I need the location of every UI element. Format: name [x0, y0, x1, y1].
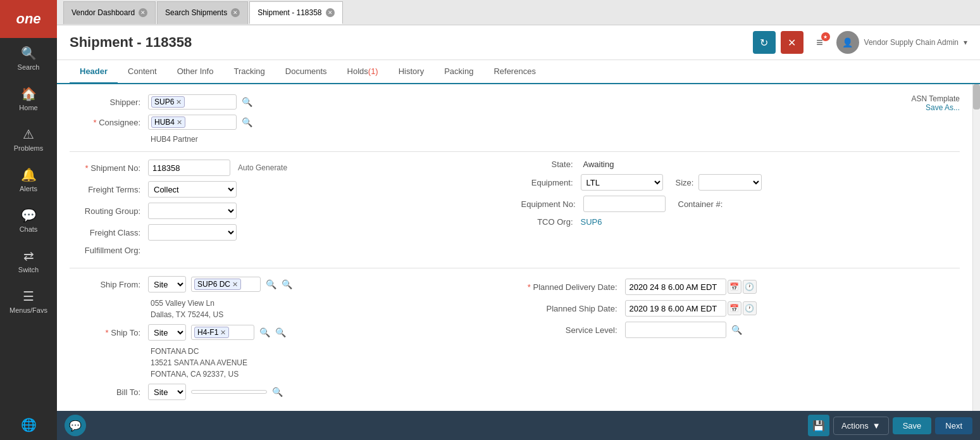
actions-button[interactable]: Actions ▼ [833, 417, 889, 435]
tab-tracking[interactable]: Tracking [223, 60, 275, 84]
sidebar-item-globe[interactable]: 🌐 [0, 410, 57, 440]
notifications-button[interactable]: ≡ ★ [809, 31, 831, 54]
ship-from-type-select[interactable]: Site [148, 276, 186, 292]
tab-close-shipment-118358[interactable]: ✕ [326, 8, 335, 17]
planned-ship-date-input-group: 📅 🕐 [625, 300, 757, 317]
ship-from-tag-input[interactable]: SUP6 DC ✕ [191, 277, 261, 292]
freight-terms-row: Freight Terms: Collect [70, 181, 509, 198]
user-info[interactable]: 👤 Vendor Supply Chain Admin ▾ [836, 31, 967, 54]
sidebar-item-problems[interactable]: ⚠ Problems [0, 119, 57, 160]
next-button[interactable]: Next [935, 417, 972, 434]
close-button[interactable]: ✕ [781, 31, 803, 54]
service-level-input[interactable] [625, 322, 726, 338]
equipment-no-input[interactable] [583, 196, 666, 212]
freight-terms-select[interactable]: Collect [148, 181, 237, 198]
globe-icon: 🌐 [21, 417, 37, 432]
tab-holds[interactable]: Holds (1) [337, 60, 388, 84]
scroll-track[interactable] [972, 84, 980, 411]
actions-label: Actions [841, 421, 869, 431]
planned-delivery-date-input[interactable] [625, 279, 726, 295]
consignee-input[interactable]: HUB4 ✕ [148, 115, 237, 130]
ship-to-search-icon-2[interactable]: 🔍 [275, 327, 286, 337]
sub-tab-label-packing: Packing [444, 66, 473, 76]
bill-to-type-select[interactable]: Site [148, 384, 186, 400]
tco-org-value[interactable]: SUP6 [581, 217, 602, 227]
header-bar: Shipment - 118358 ↻ ✕ ≡ ★ 👤 Vendor Suppl… [57, 25, 980, 60]
planned-ship-calendar-icon[interactable]: 📅 [728, 301, 741, 315]
bill-to-tag-input[interactable] [191, 390, 267, 394]
tab-other-info[interactable]: Other Info [167, 60, 224, 84]
routing-group-row: Routing Group: [70, 203, 509, 219]
tab-content[interactable]: Content [118, 60, 167, 84]
warning-icon: ⚠ [23, 127, 34, 142]
bill-to-search-icon[interactable]: 🔍 [272, 387, 283, 397]
app-logo[interactable]: one [0, 0, 57, 38]
planned-ship-date-input[interactable] [625, 300, 726, 317]
refresh-button[interactable]: ↻ [753, 31, 776, 54]
ship-to-tag-input[interactable]: H4-F1 ✕ [191, 325, 254, 340]
tab-references[interactable]: References [483, 60, 545, 84]
sidebar-item-search[interactable]: 🔍 Search [0, 38, 57, 79]
save-button[interactable]: Save [893, 417, 932, 434]
freight-class-select[interactable] [148, 224, 237, 241]
avatar-initials: 👤 [842, 37, 853, 47]
chat-button[interactable]: 💬 [65, 415, 86, 436]
bell-icon: 🔔 [21, 167, 37, 182]
tab-label-search-shipments: Search Shipments [165, 8, 227, 17]
service-level-search-icon[interactable]: 🔍 [731, 325, 742, 335]
equipment-select[interactable]: LTL [581, 174, 663, 191]
planned-delivery-date-input-group: 📅 🕐 [625, 279, 757, 295]
scroll-thumb [973, 84, 980, 110]
consignee-row: Consignee: HUB4 ✕ 🔍 [70, 115, 960, 130]
consignee-search-icon[interactable]: 🔍 [242, 117, 252, 127]
planned-ship-clock-icon[interactable]: 🕐 [743, 301, 757, 315]
sidebar-item-switch[interactable]: ⇄ Switch [0, 241, 57, 281]
equipment-no-row: Equipment No: Container #: [521, 196, 960, 212]
shipper-tag: SUP6 ✕ [151, 96, 185, 108]
tab-history[interactable]: History [388, 60, 434, 84]
sub-tab-label-history: History [399, 66, 424, 76]
tab-documents[interactable]: Documents [275, 60, 337, 84]
planned-delivery-label: Planned Delivery Date: [521, 282, 623, 292]
save-icon-button[interactable]: 💾 [808, 415, 829, 436]
shipper-input[interactable]: SUP6 ✕ [148, 94, 237, 110]
bill-to-label: Bill To: [70, 387, 146, 397]
chevron-down-icon: ▾ [964, 38, 967, 47]
tab-shipment-118358[interactable]: Shipment - 118358 ✕ [249, 1, 342, 24]
menus-icon: ☰ [23, 289, 34, 304]
sidebar-item-home[interactable]: 🏠 Home [0, 79, 57, 119]
shipper-tag-remove[interactable]: ✕ [176, 98, 182, 106]
size-label: Size: [676, 178, 694, 187]
ship-from-search-icon-2[interactable]: 🔍 [282, 279, 292, 289]
shipment-no-input[interactable] [148, 160, 230, 176]
sidebar-item-menus[interactable]: ☰ Menus/Favs [0, 281, 57, 322]
tab-packing[interactable]: Packing [434, 60, 483, 84]
shipment-no-label: Shipment No: [70, 163, 146, 173]
routing-group-select[interactable] [148, 203, 237, 219]
size-select[interactable] [698, 174, 762, 191]
form-area: ASN Template Save As... Shipper: SUP6 ✕ … [57, 84, 972, 411]
sidebar-item-alerts[interactable]: 🔔 Alerts [0, 160, 57, 200]
ship-to-tag-remove[interactable]: ✕ [220, 329, 226, 337]
planned-delivery-clock-icon[interactable]: 🕐 [743, 280, 757, 294]
consignee-tag-remove[interactable]: ✕ [177, 118, 182, 127]
ship-from-tag-remove[interactable]: ✕ [232, 280, 238, 289]
asn-save-as-link[interactable]: Save As... [912, 103, 960, 112]
ship-to-search-icon-1[interactable]: 🔍 [259, 327, 270, 337]
shipper-search-icon[interactable]: 🔍 [242, 97, 252, 107]
tab-label-shipment-118358: Shipment - 118358 [257, 8, 321, 17]
sub-tab-label-header: Header [80, 66, 108, 76]
tab-close-search-shipments[interactable]: ✕ [231, 8, 240, 17]
tab-vendor-dashboard[interactable]: Vendor Dashboard ✕ [63, 1, 156, 24]
ship-to-type-select[interactable]: Site [148, 324, 186, 341]
ship-from-search-icon-1[interactable]: 🔍 [266, 279, 276, 289]
sub-tab-label-content: Content [128, 66, 157, 76]
bottom-bar: 💬 💾 Actions ▼ Save Next [57, 411, 980, 440]
tab-close-vendor-dashboard[interactable]: ✕ [139, 8, 147, 17]
ship-from-tag-value: SUP6 DC [197, 280, 230, 289]
shipper-label: Shipper: [70, 97, 146, 107]
planned-delivery-calendar-icon[interactable]: 📅 [728, 280, 741, 294]
tab-search-shipments[interactable]: Search Shipments ✕ [157, 1, 248, 24]
sidebar-item-chats[interactable]: 💬 Chats [0, 200, 57, 241]
tab-header[interactable]: Header [70, 60, 118, 84]
